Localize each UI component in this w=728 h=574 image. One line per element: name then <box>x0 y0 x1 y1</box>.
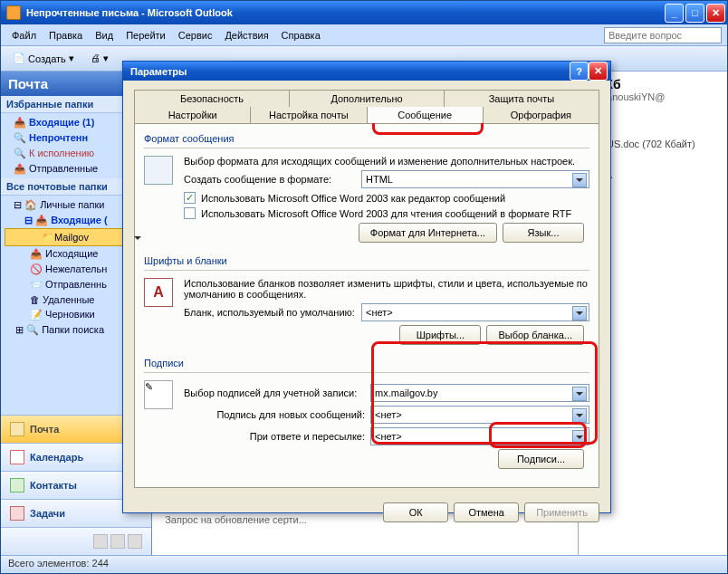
menu-edit[interactable]: Правка <box>43 27 88 43</box>
tab-settings[interactable]: Настройки <box>134 107 251 123</box>
statusbar: Всего элементов: 244 <box>1 555 727 573</box>
tab-advanced[interactable]: Дополнительно <box>290 90 445 107</box>
print-button[interactable]: 🖨 ▾ <box>84 50 115 67</box>
format-desc: Выбор формата для исходящих сообщений и … <box>184 156 589 167</box>
minimize-button[interactable]: _ <box>665 4 684 23</box>
dialog-title: Параметры <box>130 66 570 77</box>
word-editor-label: Использовать Microsoft Office Word 2003 … <box>201 193 505 204</box>
tasks-icon <box>10 506 24 521</box>
reply-sig-label: При ответе и пересылке: <box>184 431 365 442</box>
blank-select[interactable]: <нет> <box>361 303 589 321</box>
menu-help[interactable]: Справка <box>276 27 326 43</box>
outlook-icon <box>6 5 21 20</box>
tab-mailsetup[interactable]: Настройка почты <box>251 107 367 123</box>
group-fonts: Шрифты и бланки A Использование бланков … <box>144 255 589 349</box>
word-editor-checkbox[interactable] <box>184 192 196 204</box>
fonts-button[interactable]: Шрифты... <box>399 325 481 345</box>
main-titlebar: Непрочтенные письма - Microsoft Outlook … <box>1 1 727 24</box>
contacts-icon <box>10 478 24 493</box>
maximize-button[interactable]: □ <box>685 4 704 23</box>
new-sig-label: Подпись для новых сообщений: <box>184 409 365 420</box>
menu-goto[interactable]: Перейти <box>120 27 171 43</box>
dialog-titlebar: Параметры ? ✕ <box>123 62 610 81</box>
fonts-icon: A <box>144 278 173 307</box>
format-icon <box>144 156 173 185</box>
ok-button[interactable]: ОК <box>383 502 448 522</box>
mail-icon <box>10 422 24 436</box>
format-select[interactable]: HTML <box>361 170 589 188</box>
tab-protection[interactable]: Защита почты <box>445 90 599 107</box>
menubar: Файл Правка Вид Перейти Сервис Действия … <box>1 24 727 46</box>
signatures-button[interactable]: Подписи... <box>498 449 584 469</box>
account-select[interactable]: mx.mailgov.by <box>370 384 589 402</box>
calendar-icon <box>10 450 24 464</box>
group-signatures: Подписи ✎ Выбор подписей для учетной зап… <box>144 358 589 473</box>
help-search-input[interactable] <box>604 27 722 43</box>
fonts-desc: Использование бланков позволяет изменить… <box>184 278 589 300</box>
choose-blank-button[interactable]: Выбор бланка... <box>486 325 584 345</box>
tab-spelling[interactable]: Орфография <box>484 107 599 123</box>
options-dialog: Параметры ? ✕ Безопасность Дополнительно… <box>122 61 611 513</box>
word-reader-label: Использовать Microsoft Office Word 2003 … <box>201 208 571 219</box>
new-sig-select[interactable]: <нет> <box>370 406 589 424</box>
tab-panel-message: Формат сообщения Выбор формата для исход… <box>134 123 599 488</box>
group-format-title: Формат сообщения <box>144 133 589 148</box>
tab-message[interactable]: Сообщение <box>368 107 484 123</box>
reply-sig-select[interactable]: <нет> <box>370 427 589 445</box>
group-fonts-title: Шрифты и бланки <box>144 255 589 271</box>
blank-label: Бланк, используемый по умолчанию: <box>184 307 356 318</box>
group-format: Формат сообщения Выбор формата для исход… <box>144 133 589 246</box>
apply-button[interactable]: Применить <box>524 502 599 522</box>
account-label: Выбор подписей для учетной записи: <box>184 387 365 398</box>
menu-file[interactable]: Файл <box>6 27 42 43</box>
new-button[interactable]: 📄 Создать ▾ <box>6 50 81 67</box>
format-label: Создать сообщение в формате: <box>184 174 356 185</box>
menu-view[interactable]: Вид <box>90 27 119 43</box>
tab-security[interactable]: Безопасность <box>134 90 290 107</box>
dialog-close-button[interactable]: ✕ <box>589 62 608 81</box>
cancel-button[interactable]: Отмена <box>454 502 519 522</box>
nav-shortcut-bar[interactable] <box>1 527 151 555</box>
close-button[interactable]: ✕ <box>706 4 725 23</box>
shortcut-icon <box>93 534 108 549</box>
dialog-buttons: ОК Отмена Применить <box>123 495 610 530</box>
group-signatures-title: Подписи <box>144 358 589 373</box>
menu-service[interactable]: Сервис <box>173 27 218 43</box>
tab-strip: Безопасность Дополнительно Защита почты … <box>134 90 599 123</box>
folder-icon <box>110 534 125 549</box>
journal-icon <box>128 534 142 549</box>
signature-icon: ✎ <box>144 380 173 409</box>
internet-format-button[interactable]: Формат для Интернета... <box>359 223 497 243</box>
dialog-help-button[interactable]: ? <box>570 62 589 81</box>
language-button[interactable]: Язык... <box>503 223 584 243</box>
window-title: Непрочтенные письма - Microsoft Outlook <box>26 7 665 18</box>
menu-actions[interactable]: Действия <box>219 27 273 43</box>
word-reader-checkbox[interactable] <box>184 207 196 219</box>
